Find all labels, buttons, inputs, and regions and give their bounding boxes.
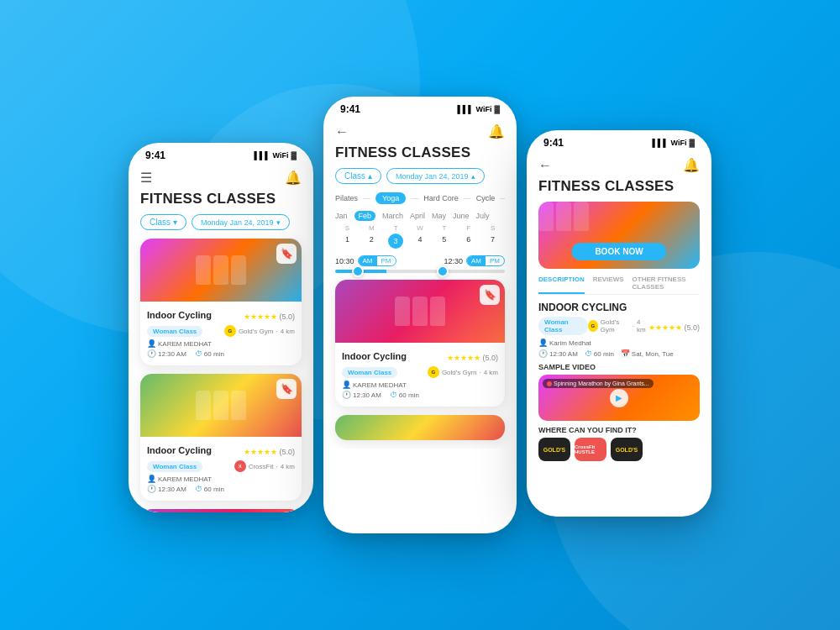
class-card-3[interactable]: 🔖 <box>140 509 302 512</box>
time-slider[interactable] <box>335 270 505 273</box>
chevron-up-icon-1: ▴ <box>368 171 372 181</box>
day-1[interactable]: 1 <box>335 234 360 249</box>
back-icon-2[interactable]: ← <box>335 124 349 139</box>
day-2[interactable]: 2 <box>360 234 384 249</box>
day-7[interactable]: 7 <box>480 234 505 249</box>
bell-icon-3[interactable]: 🔔 <box>683 157 700 173</box>
class-card-p2[interactable]: 🔖 Indoor Cycling ★★★★★(5.0) Woman Class … <box>335 280 505 407</box>
video-thumbnail[interactable]: Spinning Marathon by Gina Grants... ▶ <box>538 375 700 421</box>
gym-info-p2: G Gold's Gym · 4 km <box>428 366 498 378</box>
clock-icon-p2: 🕐 <box>342 391 351 399</box>
detail-clock-icon: 🕐 <box>538 349 548 358</box>
bell-icon-2[interactable]: 🔔 <box>488 123 505 139</box>
cat-yoga[interactable]: Yoga <box>375 192 406 204</box>
slider-thumb-end[interactable] <box>437 265 449 277</box>
tab-other-classes[interactable]: OTHER FITNESS CLASSES <box>633 276 700 294</box>
class-card-1[interactable]: 🔖 Indoor Cycling ★★★★★(5.0) Woman Class … <box>140 239 302 365</box>
status-icons-3: ▌▌▌ WiFi ▓ <box>652 139 695 147</box>
gym-logo-golds-1[interactable]: GOLD'S <box>538 438 570 461</box>
day-6[interactable]: 6 <box>456 234 480 249</box>
tag-pill-2: Woman Class <box>147 461 202 472</box>
gym-logo-golds-2[interactable]: GOLD'S <box>611 438 643 461</box>
where-label: WHERE CAN YOU FIND IT? <box>538 426 700 434</box>
battery-icon-1: ▓ <box>291 151 297 160</box>
phone-3: 9:41 ▌▌▌ WiFi ▓ ← 🔔 FITNESS CLASSES BOOK… <box>527 130 711 517</box>
detail-calendar-icon: 📅 <box>621 349 630 358</box>
bell-icon-1[interactable]: 🔔 <box>285 170 302 186</box>
detail-gym: G Gold's Gym · 4 km <box>588 318 648 333</box>
filter-row-2: Class ▴ Monday Jan 24, 2019 ▴ <box>335 168 505 184</box>
gym-info-1: G Gold's Gym · 4 km <box>224 325 295 337</box>
slider-thumb-start[interactable] <box>352 265 364 277</box>
hero-image: BOOK NOW <box>538 202 700 269</box>
day-header-t1: T <box>384 224 408 232</box>
day-header-f: F <box>456 224 480 232</box>
cat-hardcore[interactable]: Hard Core <box>423 194 459 202</box>
start-ampm[interactable]: AM PM <box>358 255 396 266</box>
bookmark-btn-1[interactable]: 🔖 <box>276 244 297 264</box>
start-am[interactable]: AM <box>359 256 377 265</box>
bookmark-btn-p2[interactable]: 🔖 <box>480 285 500 305</box>
tag-pill-1: Woman Class <box>147 326 202 337</box>
signal-icon-3: ▌▌▌ <box>652 139 668 147</box>
day-5[interactable]: 5 <box>432 234 456 249</box>
tab-reviews[interactable]: REVIEWS <box>593 276 624 294</box>
detail-tag: Woman Class <box>538 317 588 335</box>
class-filter-1[interactable]: Class ▾ <box>140 214 186 230</box>
gym-logo-2: X <box>234 460 246 472</box>
month-feb[interactable]: Feb <box>354 211 376 221</box>
date-filter-1[interactable]: Monday Jan 24, 2019 ▾ <box>192 214 290 230</box>
detail-stars: ★★★★★ <box>648 323 682 332</box>
card-image-p2-bottom <box>335 415 505 440</box>
card-title-2: Indoor Cycling <box>147 445 212 455</box>
month-june[interactable]: June <box>453 212 470 220</box>
card-image-1: 🔖 <box>140 239 302 302</box>
back-icon-3[interactable]: ← <box>538 158 552 173</box>
gym-logo-1: G <box>224 325 236 337</box>
status-icons-1: ▌▌▌ WiFi ▓ <box>254 151 297 160</box>
class-filter-2[interactable]: Class ▴ <box>335 168 381 184</box>
start-pm[interactable]: PM <box>377 256 396 265</box>
book-now-button[interactable]: BOOK NOW <box>571 243 666 260</box>
wifi-icon-2: WiFi <box>476 105 492 113</box>
class-card-p2-bottom[interactable] <box>335 415 505 440</box>
detail-class-title: INDOOR CYCLING <box>538 302 700 313</box>
gym-logo-crossfit[interactable]: CrossFit HUSTLE <box>575 438 606 461</box>
start-time: 10:30 <box>335 257 354 265</box>
date-filter-2[interactable]: Monday Jan 24, 2019 ▴ <box>386 168 485 184</box>
day-4[interactable]: 4 <box>408 234 433 249</box>
month-july[interactable]: July <box>476 212 490 220</box>
day-header-s1: S <box>335 224 360 232</box>
sample-video-label: SAMPLE VIDEO <box>538 363 700 371</box>
month-may[interactable]: May <box>432 212 446 220</box>
user-icon-p2: 👤 <box>342 381 351 389</box>
card-image-2: 🔖 <box>140 374 302 437</box>
filter-row-1: Class ▾ Monday Jan 24, 2019 ▾ <box>140 214 302 230</box>
end-pm[interactable]: PM <box>486 256 504 265</box>
notch-3 <box>585 130 653 145</box>
class-card-2[interactable]: 🔖 Indoor Cycling ★★★★★(5.0) Woman Class … <box>140 374 302 501</box>
gym-logo-p2: G <box>428 366 439 378</box>
day-header-m: M <box>360 224 384 232</box>
month-jan[interactable]: Jan <box>335 212 348 220</box>
cat-cycle[interactable]: Cycle <box>476 194 496 202</box>
play-button[interactable]: ▶ <box>610 389 628 407</box>
month-march[interactable]: March <box>382 212 403 220</box>
end-ampm[interactable]: AM PM <box>466 255 505 266</box>
cat-pilates[interactable]: Pilates <box>335 194 358 202</box>
month-april[interactable]: April <box>410 212 425 220</box>
menu-icon-1[interactable]: ☰ <box>140 170 152 186</box>
timer-icon-1: ⏱ <box>195 349 202 358</box>
status-icons-2: ▌▌▌ WiFi ▓ <box>457 105 500 113</box>
tab-description[interactable]: DESCRIPTION <box>538 276 585 294</box>
battery-icon-3: ▓ <box>689 139 695 147</box>
detail-timer-icon: ⏱ <box>585 349 592 358</box>
wifi-icon-1: WiFi <box>273 151 289 160</box>
day-3[interactable]: 3 <box>388 234 403 249</box>
time-2: 9:41 <box>340 103 360 115</box>
end-am[interactable]: AM <box>467 256 486 265</box>
user-icon-2: 👤 <box>147 475 156 483</box>
bookmark-btn-2[interactable]: 🔖 <box>276 379 297 399</box>
user-icon-1: 👤 <box>147 339 156 348</box>
video-dot <box>547 381 552 386</box>
